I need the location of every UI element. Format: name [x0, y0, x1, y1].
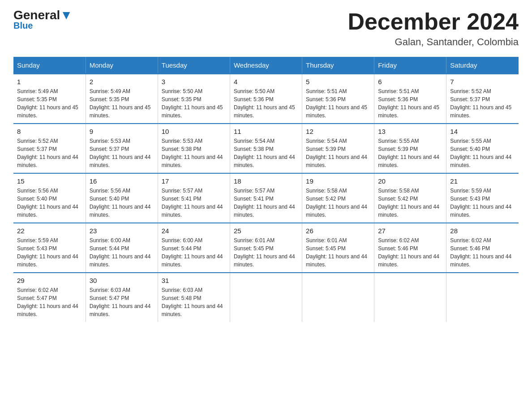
table-row: 8Sunrise: 5:52 AMSunset: 5:37 PMDaylight… [13, 124, 86, 173]
day-number: 2 [90, 78, 154, 86]
day-number: 18 [234, 177, 298, 185]
day-number: 31 [162, 277, 226, 284]
col-saturday: Saturday [446, 57, 519, 74]
table-row: 20Sunrise: 5:58 AMSunset: 5:42 PMDayligh… [374, 173, 446, 223]
day-info: Sunrise: 5:49 AMSunset: 5:35 PMDaylight:… [17, 87, 82, 120]
calendar-week-row: 1Sunrise: 5:49 AMSunset: 5:35 PMDaylight… [13, 74, 519, 124]
calendar-table: Sunday Monday Tuesday Wednesday Thursday… [13, 57, 519, 322]
logo-general-text: General▼ [13, 9, 73, 21]
table-row: 22Sunrise: 5:59 AMSunset: 5:43 PMDayligh… [13, 223, 86, 273]
col-friday: Friday [374, 57, 446, 74]
day-number: 28 [450, 227, 515, 235]
day-number: 26 [306, 227, 370, 235]
day-info: Sunrise: 5:58 AMSunset: 5:42 PMDaylight:… [378, 187, 442, 219]
table-row: 12Sunrise: 5:54 AMSunset: 5:39 PMDayligh… [302, 124, 374, 173]
table-row: 7Sunrise: 5:52 AMSunset: 5:37 PMDaylight… [446, 74, 519, 124]
day-number: 27 [378, 227, 442, 235]
table-row: 29Sunrise: 6:02 AMSunset: 5:47 PMDayligh… [13, 273, 86, 322]
table-row: 10Sunrise: 5:53 AMSunset: 5:38 PMDayligh… [158, 124, 230, 173]
col-thursday: Thursday [302, 57, 374, 74]
day-number: 4 [234, 78, 298, 86]
day-number: 20 [378, 177, 442, 185]
table-row [302, 273, 374, 322]
col-wednesday: Wednesday [230, 57, 302, 74]
day-number: 7 [450, 78, 515, 86]
day-info: Sunrise: 6:01 AMSunset: 5:45 PMDaylight:… [306, 236, 370, 269]
day-info: Sunrise: 6:03 AMSunset: 5:48 PMDaylight:… [162, 286, 226, 318]
table-row: 25Sunrise: 6:01 AMSunset: 5:45 PMDayligh… [230, 223, 302, 273]
logo-triangle-icon: ▼ [60, 8, 73, 22]
day-info: Sunrise: 6:00 AMSunset: 5:44 PMDaylight:… [162, 236, 226, 269]
day-number: 3 [162, 78, 226, 86]
table-row: 2Sunrise: 5:49 AMSunset: 5:35 PMDaylight… [86, 74, 158, 124]
day-number: 5 [306, 78, 370, 86]
logo-blue-text: Blue [13, 21, 33, 31]
day-number: 14 [450, 128, 515, 135]
day-number: 9 [90, 128, 154, 135]
table-row: 24Sunrise: 6:00 AMSunset: 5:44 PMDayligh… [158, 223, 230, 273]
table-row: 19Sunrise: 5:58 AMSunset: 5:42 PMDayligh… [302, 173, 374, 223]
table-row: 3Sunrise: 5:50 AMSunset: 5:35 PMDaylight… [158, 74, 230, 124]
day-number: 17 [162, 177, 226, 185]
day-info: Sunrise: 6:01 AMSunset: 5:45 PMDaylight:… [234, 236, 298, 269]
day-number: 11 [234, 128, 298, 135]
day-info: Sunrise: 5:57 AMSunset: 5:41 PMDaylight:… [162, 187, 226, 219]
day-info: Sunrise: 5:53 AMSunset: 5:38 PMDaylight:… [162, 137, 226, 169]
day-number: 16 [90, 177, 154, 185]
calendar-week-row: 29Sunrise: 6:02 AMSunset: 5:47 PMDayligh… [13, 273, 519, 322]
calendar-location: Galan, Santander, Colombia [348, 36, 519, 48]
day-info: Sunrise: 5:59 AMSunset: 5:43 PMDaylight:… [450, 187, 515, 219]
table-row [446, 273, 519, 322]
day-info: Sunrise: 5:55 AMSunset: 5:40 PMDaylight:… [450, 137, 515, 169]
calendar-week-row: 8Sunrise: 5:52 AMSunset: 5:37 PMDaylight… [13, 124, 519, 173]
table-row: 4Sunrise: 5:50 AMSunset: 5:36 PMDaylight… [230, 74, 302, 124]
day-info: Sunrise: 5:54 AMSunset: 5:39 PMDaylight:… [306, 137, 370, 169]
table-row: 28Sunrise: 6:02 AMSunset: 5:46 PMDayligh… [446, 223, 519, 273]
col-sunday: Sunday [13, 57, 86, 74]
day-number: 23 [90, 227, 154, 235]
table-row: 23Sunrise: 6:00 AMSunset: 5:44 PMDayligh… [86, 223, 158, 273]
day-info: Sunrise: 5:49 AMSunset: 5:35 PMDaylight:… [90, 87, 154, 120]
day-info: Sunrise: 5:50 AMSunset: 5:36 PMDaylight:… [234, 87, 298, 120]
day-info: Sunrise: 5:51 AMSunset: 5:36 PMDaylight:… [378, 87, 442, 120]
day-number: 13 [378, 128, 442, 135]
day-info: Sunrise: 5:57 AMSunset: 5:41 PMDaylight:… [234, 187, 298, 219]
day-number: 12 [306, 128, 370, 135]
day-number: 24 [162, 227, 226, 235]
table-row: 26Sunrise: 6:01 AMSunset: 5:45 PMDayligh… [302, 223, 374, 273]
day-number: 22 [17, 227, 82, 235]
day-info: Sunrise: 5:52 AMSunset: 5:37 PMDaylight:… [450, 87, 515, 120]
table-row: 15Sunrise: 5:56 AMSunset: 5:40 PMDayligh… [13, 173, 86, 223]
day-number: 15 [17, 177, 82, 185]
day-number: 10 [162, 128, 226, 135]
day-info: Sunrise: 5:56 AMSunset: 5:40 PMDaylight:… [90, 187, 154, 219]
day-number: 1 [17, 78, 82, 86]
day-info: Sunrise: 6:02 AMSunset: 5:46 PMDaylight:… [450, 236, 515, 269]
table-row: 18Sunrise: 5:57 AMSunset: 5:41 PMDayligh… [230, 173, 302, 223]
table-row [374, 273, 446, 322]
day-number: 19 [306, 177, 370, 185]
table-row: 14Sunrise: 5:55 AMSunset: 5:40 PMDayligh… [446, 124, 519, 173]
day-info: Sunrise: 6:03 AMSunset: 5:47 PMDaylight:… [90, 286, 154, 318]
day-info: Sunrise: 6:02 AMSunset: 5:47 PMDaylight:… [17, 286, 82, 318]
calendar-title: December 2024 [348, 9, 519, 34]
table-row: 13Sunrise: 5:55 AMSunset: 5:39 PMDayligh… [374, 124, 446, 173]
day-info: Sunrise: 5:50 AMSunset: 5:35 PMDaylight:… [162, 87, 226, 120]
calendar-header-row: Sunday Monday Tuesday Wednesday Thursday… [13, 57, 519, 74]
day-info: Sunrise: 5:51 AMSunset: 5:36 PMDaylight:… [306, 87, 370, 120]
day-info: Sunrise: 5:59 AMSunset: 5:43 PMDaylight:… [17, 236, 82, 269]
col-monday: Monday [86, 57, 158, 74]
table-row: 21Sunrise: 5:59 AMSunset: 5:43 PMDayligh… [446, 173, 519, 223]
table-row: 1Sunrise: 5:49 AMSunset: 5:35 PMDaylight… [13, 74, 86, 124]
table-row: 16Sunrise: 5:56 AMSunset: 5:40 PMDayligh… [86, 173, 158, 223]
table-row: 11Sunrise: 5:54 AMSunset: 5:38 PMDayligh… [230, 124, 302, 173]
table-row: 30Sunrise: 6:03 AMSunset: 5:47 PMDayligh… [86, 273, 158, 322]
table-row: 9Sunrise: 5:53 AMSunset: 5:37 PMDaylight… [86, 124, 158, 173]
day-info: Sunrise: 6:00 AMSunset: 5:44 PMDaylight:… [90, 236, 154, 269]
table-row: 5Sunrise: 5:51 AMSunset: 5:36 PMDaylight… [302, 74, 374, 124]
day-info: Sunrise: 6:02 AMSunset: 5:46 PMDaylight:… [378, 236, 442, 269]
day-info: Sunrise: 5:56 AMSunset: 5:40 PMDaylight:… [17, 187, 82, 219]
day-number: 30 [90, 277, 154, 284]
calendar-week-row: 15Sunrise: 5:56 AMSunset: 5:40 PMDayligh… [13, 173, 519, 223]
day-info: Sunrise: 5:52 AMSunset: 5:37 PMDaylight:… [17, 137, 82, 169]
